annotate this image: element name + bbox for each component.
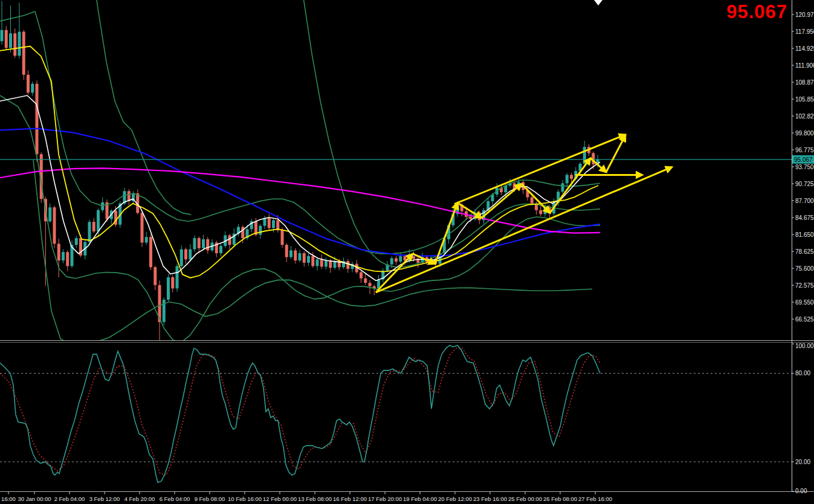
candle-body bbox=[53, 207, 56, 244]
candle-body bbox=[145, 237, 148, 242]
candle-body bbox=[57, 244, 60, 260]
candle-body bbox=[325, 260, 328, 267]
chart-frame bbox=[0, 0, 814, 492]
candle-body bbox=[202, 239, 205, 248]
candle-body bbox=[88, 222, 91, 242]
candle-body bbox=[570, 175, 573, 178]
stochastic-axis[interactable]: 100.0080.0020.000.00 bbox=[0, 343, 814, 494]
candle-body bbox=[561, 183, 564, 192]
price-axis[interactable]: 120.975117.950114.925111.900108.875105.8… bbox=[792, 11, 814, 323]
time-axis-label: 4 Feb 20:00 bbox=[124, 496, 155, 502]
candle-body bbox=[27, 75, 30, 93]
candle-body bbox=[320, 259, 323, 267]
price-axis-label: 90.725 bbox=[795, 181, 814, 187]
time-axis-label: 19 Feb 04:00 bbox=[403, 496, 437, 502]
price-axis-label: 117.950 bbox=[795, 28, 814, 35]
candle-body bbox=[272, 220, 275, 228]
price-axis-label: 75.600 bbox=[795, 265, 814, 272]
chart-canvas[interactable]: 120.975117.950114.925111.900108.875105.8… bbox=[0, 0, 814, 504]
price-axis-label: 114.925 bbox=[795, 45, 814, 52]
time-axis-label: 26 Feb 08:00 bbox=[543, 496, 577, 502]
candle-body bbox=[141, 213, 144, 242]
price-axis-label: 72.575 bbox=[795, 282, 814, 289]
stoch-axis-label: 20.00 bbox=[795, 459, 810, 465]
candle-body bbox=[285, 245, 288, 257]
price-axis-label: 93.750 bbox=[795, 164, 814, 170]
price-axis-label: 120.975 bbox=[795, 11, 814, 18]
time-axis-label: 30 Jan 00:00 bbox=[18, 496, 51, 502]
trend-drawings[interactable] bbox=[376, 135, 672, 292]
time-axis-label: 27 Feb 16:00 bbox=[578, 496, 612, 502]
candle-body bbox=[219, 246, 222, 253]
time-axis-label: 10 Feb 16:00 bbox=[228, 496, 262, 502]
candle-body bbox=[167, 277, 170, 300]
candle-body bbox=[268, 218, 271, 228]
candle-body bbox=[101, 202, 104, 210]
price-axis-label: 96.775 bbox=[795, 147, 814, 153]
time-axis-label: 9 Feb 08:00 bbox=[195, 496, 225, 502]
candle-body bbox=[149, 237, 152, 267]
candle-body bbox=[153, 267, 157, 285]
price-axis-label: 108.875 bbox=[795, 79, 814, 86]
candle-body bbox=[259, 226, 262, 235]
candle-body bbox=[395, 258, 398, 262]
price-axis-label: 66.525 bbox=[795, 316, 814, 323]
time-axis[interactable]: 16:0030 Jan 00:002 Feb 04:003 Feb 12:004… bbox=[1, 492, 612, 502]
candle-body bbox=[369, 283, 372, 286]
candle-body bbox=[18, 31, 21, 56]
candle-body bbox=[360, 272, 363, 278]
time-axis-label: 3 Feb 12:00 bbox=[89, 496, 120, 502]
candle-body bbox=[346, 261, 349, 269]
candle-body bbox=[62, 252, 65, 260]
time-axis-label: 23 Feb 16:00 bbox=[473, 496, 507, 502]
candle-body bbox=[66, 252, 69, 266]
candle-body bbox=[390, 258, 393, 264]
current-price-display: 95.067 bbox=[726, 1, 787, 23]
candle-body bbox=[193, 238, 196, 250]
candle-body bbox=[311, 256, 314, 267]
candle-body bbox=[184, 250, 187, 260]
price-axis-label: 102.825 bbox=[795, 113, 814, 120]
bollinger-upper-line bbox=[0, 11, 600, 254]
candle-body bbox=[97, 210, 100, 231]
price-axis-label: 111.900 bbox=[795, 62, 814, 69]
candle-body bbox=[1, 30, 4, 42]
svg-text:95.067: 95.067 bbox=[794, 157, 813, 163]
candle-body bbox=[75, 238, 78, 245]
candle-body bbox=[316, 259, 319, 266]
wide-band-upper-a-line bbox=[89, 0, 191, 215]
price-axis-label: 69.550 bbox=[795, 299, 814, 306]
candle-body bbox=[399, 256, 402, 262]
candle-body bbox=[469, 217, 472, 219]
candle-body bbox=[289, 250, 292, 257]
candle-body bbox=[539, 210, 542, 214]
candle-body bbox=[364, 279, 367, 283]
trading-chart-window: 120.975117.950114.925111.900108.875105.8… bbox=[0, 0, 814, 504]
candle-body bbox=[531, 197, 534, 203]
candle-body bbox=[198, 238, 201, 248]
candle-body bbox=[13, 33, 16, 56]
time-axis-label: 6 Feb 04:00 bbox=[160, 496, 190, 502]
candle-body bbox=[180, 250, 183, 267]
candle-body bbox=[228, 235, 231, 245]
time-axis-label: 2 Feb 04:00 bbox=[54, 496, 85, 502]
cursor-marker-icon bbox=[594, 0, 602, 5]
current-price-tag: 95.067 bbox=[792, 155, 814, 164]
indicator-overlays bbox=[0, 0, 600, 345]
price-axis-label: 84.675 bbox=[795, 215, 814, 221]
candle-body bbox=[189, 250, 192, 260]
price-axis-label: 99.800 bbox=[795, 130, 814, 137]
stoch-axis-label: 100.00 bbox=[795, 343, 814, 349]
candle-body bbox=[5, 30, 8, 48]
price-axis-label: 87.700 bbox=[795, 198, 814, 204]
time-axis-label: 17 Feb 20:00 bbox=[368, 496, 402, 502]
candle-body bbox=[176, 266, 179, 288]
upper-channel-trendline-arrow[interactable] bbox=[454, 135, 625, 204]
candle-body bbox=[299, 253, 302, 260]
candle-body bbox=[92, 222, 95, 231]
candle-body bbox=[9, 33, 12, 48]
candle-body bbox=[303, 253, 306, 263]
time-axis-label: 13 Feb 08:00 bbox=[298, 496, 332, 502]
time-axis-label: 20 Feb 12:00 bbox=[438, 496, 472, 502]
candle-body bbox=[48, 207, 51, 221]
